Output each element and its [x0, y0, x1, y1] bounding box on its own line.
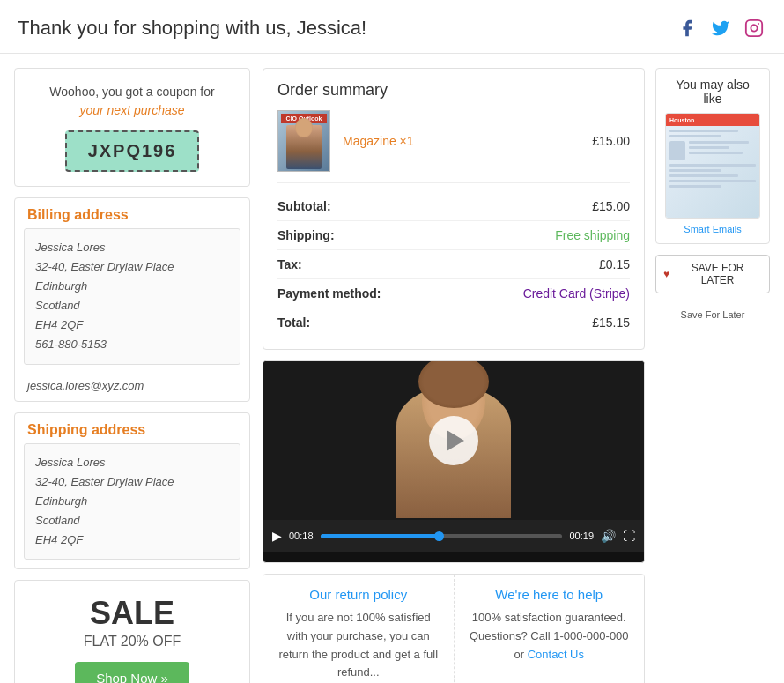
order-summary: Order summary CIO Outlook: [263, 68, 645, 350]
heart-icon: ♥: [663, 268, 669, 280]
video-progress-bar[interactable]: [321, 534, 563, 538]
shipping-postcode: EH4 2QF: [35, 533, 83, 546]
order-row-payment: Payment method: Credit Card (Stripe): [277, 279, 630, 308]
billing-phone: 561-880-5153: [35, 338, 107, 351]
volume-icon[interactable]: 🔊: [601, 529, 616, 543]
instagram-icon[interactable]: [742, 16, 766, 41]
shipping-label: Shipping:: [277, 228, 335, 242]
total-label: Total:: [277, 316, 310, 330]
left-sidebar: Woohoo, you got a coupon for your next p…: [14, 68, 250, 683]
subtotal-value: £15.00: [592, 199, 630, 213]
sale-box: SALE FLAT 20% OFF Shop Now »: [14, 580, 250, 683]
play-button[interactable]: [429, 416, 478, 465]
shipping-title: Shipping address: [15, 413, 249, 443]
video-player[interactable]: ▶ 00:18 00:19 🔊 ⛶: [263, 360, 645, 563]
return-policy-text: If you are not 100% satisfied with your …: [277, 609, 440, 683]
coupon-text: Woohoo, you got a coupon for your next p…: [29, 83, 235, 120]
total-value: £15.15: [592, 316, 630, 330]
center-right-area: Order summary CIO Outlook: [263, 68, 770, 683]
you-may-like-title: You may also like: [665, 78, 760, 106]
info-panels: Our return policy If you are not 100% sa…: [263, 574, 645, 683]
you-may-like-section: You may also like Houston: [655, 68, 770, 244]
save-for-later-button[interactable]: ♥ SAVE FOR LATER: [655, 255, 770, 293]
order-item-price: £15.00: [592, 134, 630, 148]
help-title: We're here to help: [469, 587, 631, 602]
video-background: [263, 361, 644, 520]
right-col: You may also like Houston: [655, 68, 770, 683]
header: Thank you for shopping with us, Jessica!: [0, 0, 784, 54]
payment-value: Credit Card (Stripe): [523, 286, 630, 301]
shop-now-button[interactable]: Shop Now »: [75, 662, 189, 683]
return-policy-panel: Our return policy If you are not 100% sa…: [263, 575, 455, 683]
order-row-total: Total: £15.15: [277, 308, 630, 337]
billing-address-box: Jessica Lores 32-40, Easter Drylaw Place…: [24, 228, 240, 365]
product-label[interactable]: Smart Emails: [665, 224, 760, 234]
order-rows: Subtotal: £15.00 Shipping: Free shipping…: [277, 192, 630, 337]
billing-address1: 32-40, Easter Drylaw Place: [35, 260, 174, 273]
shipping-region: Scotland: [35, 514, 80, 527]
order-row-shipping: Shipping: Free shipping: [277, 221, 630, 250]
order-row-subtotal: Subtotal: £15.00: [277, 192, 630, 221]
video-progress-fill: [321, 534, 437, 538]
subtotal-label: Subtotal:: [277, 199, 331, 213]
social-icons: [675, 16, 766, 41]
billing-region: Scotland: [35, 299, 80, 312]
save-for-later-label[interactable]: Save For Later: [655, 309, 770, 320]
facebook-icon[interactable]: [675, 16, 699, 41]
shipping-name: Jessica Lores: [35, 456, 105, 469]
video-controls: ▶ 00:18 00:19 🔊 ⛶: [263, 520, 644, 552]
billing-city: Edinburgh: [35, 279, 87, 293]
help-panel: We're here to help 100% satisfaction gua…: [455, 575, 645, 683]
sale-title: SALE: [29, 595, 235, 632]
product-thumbnail: Houston: [665, 113, 760, 219]
billing-postcode: EH4 2QF: [35, 318, 83, 331]
billing-address-section: Billing address Jessica Lores 32-40, Eas…: [14, 197, 250, 402]
thumb-header: Houston: [666, 114, 759, 126]
shipping-address1: 32-40, Easter Drylaw Place: [35, 475, 174, 488]
page-title: Thank you for shopping with us, Jessica!: [18, 17, 366, 40]
coupon-highlight: your next purchase: [79, 103, 184, 117]
coupon-box: Woohoo, you got a coupon for your next p…: [14, 68, 250, 187]
billing-email: jessica.lores@xyz.com: [15, 374, 249, 401]
sale-subtitle: FLAT 20% OFF: [29, 634, 235, 650]
video-progress-dot: [434, 531, 444, 541]
shipping-address-section: Shipping address Jessica Lores 32-40, Ea…: [14, 412, 250, 569]
shipping-address-box: Jessica Lores 32-40, Easter Drylaw Place…: [24, 443, 240, 560]
video-time-total: 00:19: [569, 531, 594, 541]
order-item-image: CIO Outlook: [277, 110, 330, 172]
video-time-elapsed: 00:18: [289, 531, 314, 541]
fullscreen-icon[interactable]: ⛶: [623, 529, 635, 543]
billing-name: Jessica Lores: [35, 241, 105, 254]
video-play-icon[interactable]: ▶: [272, 529, 282, 543]
order-summary-title: Order summary: [277, 81, 630, 100]
center-right-inner: Order summary CIO Outlook: [263, 68, 770, 683]
return-policy-title: Our return policy: [277, 587, 440, 602]
play-triangle-icon: [447, 430, 464, 451]
svg-rect-0: [746, 20, 762, 36]
order-item-name: Magazine ×1: [343, 134, 592, 148]
shipping-city: Edinburgh: [35, 494, 87, 508]
order-item: CIO Outlook Magazine ×1 £15.00: [277, 110, 630, 183]
center-col: Order summary CIO Outlook: [263, 68, 645, 683]
save-btn-label: SAVE FOR LATER: [673, 262, 762, 286]
payment-label: Payment method:: [277, 286, 381, 301]
shipping-value: Free shipping: [555, 228, 630, 242]
order-row-tax: Tax: £0.15: [277, 250, 630, 279]
contact-us-link[interactable]: Contact Us: [528, 648, 584, 661]
twitter-icon[interactable]: [708, 16, 733, 41]
main-content: Woohoo, you got a coupon for your next p…: [0, 54, 784, 683]
tax-value: £0.15: [599, 257, 630, 271]
coupon-code[interactable]: JXPQ196: [65, 130, 200, 172]
tax-label: Tax:: [277, 257, 302, 271]
thumb-body: [666, 126, 759, 218]
billing-title: Billing address: [15, 198, 249, 228]
help-text: 100% satisfaction guaranteed. Questions?…: [469, 609, 631, 664]
